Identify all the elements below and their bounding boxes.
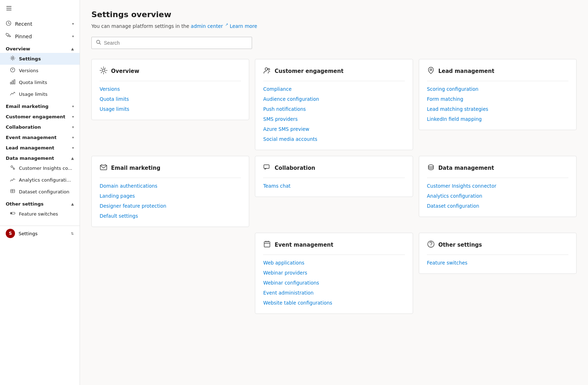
learn-more-link[interactable]: Learn more — [230, 23, 257, 29]
collaboration-icon — [263, 163, 271, 173]
sidebar-group-event-management[interactable]: Event management ▾ — [0, 131, 80, 142]
data-management-title: Data management — [438, 165, 494, 171]
collaboration-card: Collaboration Teams chat — [255, 156, 413, 197]
scoring-config-link[interactable]: Scoring configuration — [427, 86, 568, 92]
settings-icon — [10, 55, 15, 62]
data-management-header: Data management — [427, 163, 568, 178]
footer-chevron: ⇅ — [71, 232, 74, 236]
teams-chat-link[interactable]: Teams chat — [263, 183, 404, 189]
versions-label: Versions — [19, 68, 39, 73]
customer-engagement-card: Customer engagement Compliance Audience … — [255, 59, 413, 150]
sidebar-group-other-settings[interactable]: Other settings ▲ — [0, 198, 80, 208]
svg-rect-29 — [264, 242, 270, 247]
social-media-accounts-link[interactable]: Social media accounts — [263, 136, 404, 142]
overview-chevron: ▲ — [71, 47, 74, 51]
customer-insights-icon — [10, 165, 15, 172]
svg-point-28 — [428, 165, 433, 167]
compliance-link[interactable]: Compliance — [263, 86, 404, 92]
search-icon — [96, 40, 101, 46]
sidebar-item-pinned[interactable]: Pinned ▾ — [0, 30, 80, 43]
sidebar-footer[interactable]: S Settings ⇅ — [0, 226, 80, 241]
svg-point-20 — [102, 69, 105, 72]
page-subtitle: You can manage platform settings in the … — [91, 23, 577, 29]
recent-icon — [6, 20, 11, 27]
svg-rect-24 — [100, 165, 107, 170]
sidebar-item-dataset-config[interactable]: Dataset configuration — [0, 186, 80, 198]
svg-point-7 — [12, 70, 13, 70]
feature-switches-card-link[interactable]: Feature switches — [427, 260, 568, 266]
collaboration-header: Collaboration — [263, 163, 404, 178]
lead-management-icon — [427, 66, 435, 76]
versions-link[interactable]: Versions — [100, 86, 241, 92]
overview-card-header: Overview — [100, 66, 241, 81]
event-management-header: Event management — [263, 240, 404, 255]
azure-sms-preview-link[interactable]: Azure SMS preview — [263, 126, 404, 132]
svg-rect-10 — [14, 80, 15, 84]
avatar: S — [6, 229, 15, 238]
svg-point-4 — [12, 57, 14, 59]
event-management-icon — [263, 240, 271, 250]
lead-management-title: Lead management — [438, 68, 494, 74]
overview-group-label: Overview — [6, 46, 30, 51]
event-administration-link[interactable]: Event administration — [263, 290, 404, 296]
sidebar-group-collaboration[interactable]: Collaboration ▾ — [0, 121, 80, 131]
designer-feature-protection-link[interactable]: Designer feature protection — [100, 203, 241, 209]
other-settings-title: Other settings — [438, 242, 482, 248]
pinned-icon — [6, 33, 11, 40]
usage-limits-link[interactable]: Usage limits — [100, 106, 241, 112]
sidebar-group-overview[interactable]: Overview ▲ — [0, 43, 80, 53]
data-management-group-label: Data management — [6, 156, 54, 161]
sidebar-group-customer-engagement[interactable]: Customer engagement ▾ — [0, 110, 80, 121]
sidebar-group-email-marketing[interactable]: Email marketing ▾ — [0, 100, 80, 110]
website-table-configurations-link[interactable]: Website table configurations — [263, 300, 404, 306]
sidebar-item-versions[interactable]: Versions — [0, 65, 80, 76]
admin-center-link[interactable]: admin center ↗ — [191, 23, 230, 29]
push-notifications-link[interactable]: Push notifications — [263, 106, 404, 112]
svg-rect-27 — [264, 165, 269, 168]
webinar-providers-link[interactable]: Webinar providers — [263, 270, 404, 276]
svg-line-19 — [100, 43, 101, 44]
search-input[interactable] — [104, 40, 247, 46]
event-management-title: Event management — [275, 242, 333, 248]
feature-switches-label: Feature switches — [19, 211, 58, 217]
sidebar-item-quota-limits[interactable]: Quota limits — [0, 76, 80, 88]
sidebar-group-data-management[interactable]: Data management ▲ — [0, 152, 80, 162]
main-content: Settings overview You can manage platfor… — [80, 0, 588, 385]
subtitle-prefix: You can manage platform settings in the — [91, 23, 189, 29]
sidebar-item-recent[interactable]: Recent ▾ — [0, 18, 80, 30]
collaboration-group-label: Collaboration — [6, 124, 41, 130]
sidebar-item-analytics-config[interactable]: Analytics configurati... — [0, 174, 80, 186]
sidebar-item-customer-insights[interactable]: Customer Insights co... — [0, 162, 80, 174]
sms-providers-link[interactable]: SMS providers — [263, 116, 404, 122]
customer-insights-connector-link[interactable]: Customer Insights connector — [427, 183, 568, 189]
feature-switches-icon — [10, 211, 15, 217]
dataset-configuration-link[interactable]: Dataset configuration — [427, 203, 568, 209]
sidebar-item-usage-limits[interactable]: Usage limits — [0, 88, 80, 100]
other-settings-card: Other settings Feature switches — [419, 233, 577, 274]
other-settings-group-label: Other settings — [6, 201, 44, 207]
domain-auth-link[interactable]: Domain authentications — [100, 183, 241, 189]
lead-matching-strategies-link[interactable]: Lead matching strategies — [427, 106, 568, 112]
sidebar-item-settings[interactable]: Settings — [0, 53, 80, 65]
quota-limits-label: Quota limits — [19, 80, 47, 85]
email-marketing-group-label: Email marketing — [6, 104, 49, 109]
hamburger-button[interactable] — [0, 0, 80, 18]
audience-config-link[interactable]: Audience configuration — [263, 96, 404, 102]
sidebar-item-feature-switches[interactable]: Feature switches — [0, 208, 80, 220]
sidebar-group-lead-management[interactable]: Lead management ▾ — [0, 142, 80, 152]
svg-rect-8 — [10, 82, 11, 84]
linkedin-field-mapping-link[interactable]: LinkedIn field mapping — [427, 116, 568, 122]
webinar-configurations-link[interactable]: Webinar configurations — [263, 280, 404, 286]
pinned-chevron: ▾ — [72, 34, 74, 38]
other-settings-icon — [427, 240, 435, 250]
form-matching-link[interactable]: Form matching — [427, 96, 568, 102]
customer-insights-label: Customer Insights co... — [19, 166, 72, 171]
analytics-configuration-link[interactable]: Analytics configuration — [427, 193, 568, 199]
landing-pages-link[interactable]: Landing pages — [100, 193, 241, 199]
email-marketing-header: Email marketing — [100, 163, 241, 178]
data-management-chevron: ▲ — [71, 156, 74, 160]
email-marketing-chevron: ▾ — [72, 104, 74, 108]
web-applications-link[interactable]: Web applications — [263, 260, 404, 266]
quota-limits-link[interactable]: Quota limits — [100, 96, 241, 102]
default-settings-link[interactable]: Default settings — [100, 213, 241, 219]
